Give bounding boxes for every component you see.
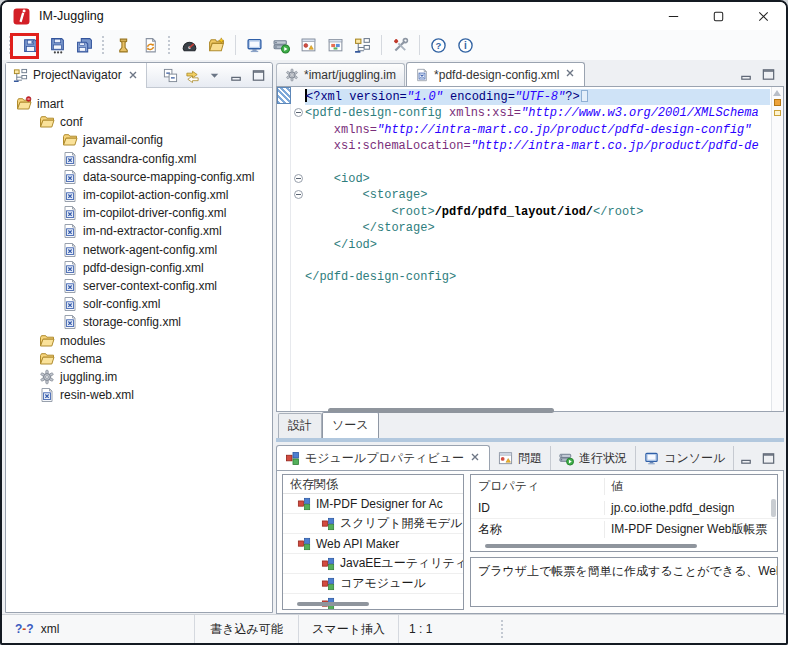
tree-view-button[interactable] xyxy=(350,33,375,58)
scroll-up-icon[interactable] xyxy=(773,90,781,96)
save-as-button[interactable] xyxy=(45,33,70,58)
collapse-all-icon[interactable] xyxy=(161,66,180,85)
properties-vertical-scrollbar[interactable] xyxy=(771,499,776,517)
dependency-item[interactable]: IM-PDF Designer for Ac xyxy=(283,494,463,514)
fold-collapse-icon[interactable] xyxy=(294,190,303,199)
monitor-button[interactable] xyxy=(242,33,267,58)
tree-item[interactable]: imart xyxy=(6,95,272,113)
close-tab-icon[interactable] xyxy=(469,451,481,466)
menu-down-icon[interactable] xyxy=(205,66,224,85)
page-tab-source[interactable]: ソース xyxy=(322,412,379,438)
maximize-view-icon[interactable] xyxy=(759,65,778,84)
save-all-button[interactable] xyxy=(72,33,97,58)
dashboard-button[interactable] xyxy=(177,33,202,58)
view-tab[interactable]: モジュールプロパティビュー xyxy=(276,445,490,470)
page-tab-design[interactable]: 設計 xyxy=(278,413,322,438)
close-icon[interactable] xyxy=(127,69,139,81)
overview-marker[interactable] xyxy=(774,110,781,116)
dependency-item[interactable]: コアモジュール xyxy=(283,574,463,594)
tree-item[interactable]: solr-config.xml xyxy=(6,295,272,313)
project-navigator-tab[interactable]: ProjectNavigator xyxy=(6,63,147,88)
fold-collapse-icon[interactable] xyxy=(294,174,303,183)
maximize-view-icon[interactable] xyxy=(249,66,268,85)
minimize-button[interactable] xyxy=(651,3,696,30)
tree-item-label: server-context-config.xml xyxy=(83,279,217,293)
run-server-icon xyxy=(273,37,290,54)
tree-item[interactable]: data-source-mapping-config.xml xyxy=(6,168,272,186)
close-button[interactable] xyxy=(741,3,786,30)
maximize-view-icon[interactable] xyxy=(759,449,778,468)
help-icon: ? xyxy=(430,37,447,54)
view-tab[interactable]: 進行状況 xyxy=(551,446,636,470)
code-lines[interactable]: <?xml version="1.0" encoding="UTF-8"?><p… xyxy=(305,89,770,411)
jar-export-icon xyxy=(115,37,132,54)
module-description: ブラウザ上で帳票を簡単に作成することができる、Web版帳票デ xyxy=(470,557,778,607)
xml-file-icon xyxy=(39,387,55,403)
minimize-view-icon[interactable] xyxy=(227,66,246,85)
view-tab-label: モジュールプロパティビュー xyxy=(305,450,464,467)
dependency-label: コアモジュール xyxy=(340,575,426,592)
run-server-button[interactable] xyxy=(269,33,294,58)
marker-window-button[interactable] xyxy=(296,33,321,58)
code-line: <root>/pdfd/pdfd_layout/iod/</root> xyxy=(305,204,770,220)
dependency-item[interactable]: スクリプト開発モデル xyxy=(283,514,463,534)
quickdiff-change-marker xyxy=(277,87,291,104)
dependencies-horizontal-scrollbar[interactable] xyxy=(297,602,369,606)
tree-item[interactable]: resin-web.xml xyxy=(6,386,272,404)
property-row[interactable]: 名称IM-PDF Designer Web版帳票 xyxy=(471,518,777,539)
code-line: <iod> xyxy=(305,171,770,187)
minimize-view-icon[interactable] xyxy=(737,449,756,468)
tree-item[interactable]: juggling.im xyxy=(6,368,272,386)
tree-item[interactable]: im-copilot-action-config.xml xyxy=(6,186,272,204)
tree-item[interactable]: server-context-config.xml xyxy=(6,277,272,295)
jar-export-button[interactable] xyxy=(111,33,136,58)
dashboard-icon xyxy=(181,37,198,54)
tree-item-label: conf xyxy=(60,115,83,129)
xml-file-icon xyxy=(62,151,78,167)
minimize-view-icon[interactable] xyxy=(737,65,756,84)
tree-item[interactable]: modules xyxy=(6,331,272,349)
maximize-button[interactable] xyxy=(696,3,741,30)
tree-item[interactable]: cassandra-config.xml xyxy=(6,150,272,168)
image-window-button[interactable] xyxy=(323,33,348,58)
tree-item[interactable]: javamail-config xyxy=(6,131,272,149)
new-folder-button[interactable] xyxy=(204,33,229,58)
link-editor-icon[interactable] xyxy=(183,66,202,85)
tree-item[interactable]: conf xyxy=(6,113,272,131)
property-value-cell: jp.co.iothe.pdfd_design xyxy=(605,501,777,515)
property-row[interactable]: IDjp.co.iothe.pdfd_design xyxy=(471,497,777,518)
writable-status: 書き込み可能 xyxy=(195,615,298,643)
tree-item[interactable]: pdfd-design-config.xml xyxy=(6,259,272,277)
editor-tab[interactable]: *pdfd-design-config.xml xyxy=(406,62,585,86)
code-line: </iod> xyxy=(305,237,770,253)
dependency-item[interactable]: Web API Maker xyxy=(283,534,463,554)
overview-marker[interactable] xyxy=(774,99,781,106)
view-tab[interactable]: 問題 xyxy=(490,446,551,470)
help-button[interactable]: ? xyxy=(426,33,451,58)
info-button[interactable]: i xyxy=(453,33,478,58)
fold-collapse-icon[interactable] xyxy=(294,108,303,117)
sync-file-button[interactable] xyxy=(138,33,163,58)
xml-file-icon xyxy=(62,169,78,185)
tree-item[interactable]: im-copilot-driver-config.xml xyxy=(6,204,272,222)
tree-item[interactable]: storage-config.xml xyxy=(6,313,272,331)
file-type-label: xml xyxy=(41,622,60,636)
tree-item[interactable]: im-nd-extractor-config.xml xyxy=(6,222,272,240)
properties-horizontal-scrollbar[interactable] xyxy=(485,544,697,548)
dependency-item[interactable]: JavaEEユーティリティ xyxy=(283,554,463,574)
save-button[interactable] xyxy=(18,33,43,58)
menu-down-icon xyxy=(207,68,222,83)
editor-tab-label: *pdfd-design-config.xml xyxy=(434,68,559,82)
code-line xyxy=(305,155,770,171)
close-tab-icon[interactable] xyxy=(564,67,576,82)
tools-button[interactable] xyxy=(388,33,413,58)
module-icon xyxy=(297,537,311,551)
tree-item-label: pdfd-design-config.xml xyxy=(83,261,204,275)
new-folder-icon xyxy=(208,37,225,54)
tree-item[interactable]: network-agent-config.xml xyxy=(6,241,272,259)
view-tab[interactable]: コンソール xyxy=(636,446,734,470)
editor-tab[interactable]: *imart/juggling.im xyxy=(276,63,405,86)
editor-bottom-highlight xyxy=(276,438,784,442)
xml-editor[interactable]: <?xml version="1.0" encoding="UTF-8"?><p… xyxy=(276,86,784,412)
tree-item[interactable]: schema xyxy=(6,350,272,368)
